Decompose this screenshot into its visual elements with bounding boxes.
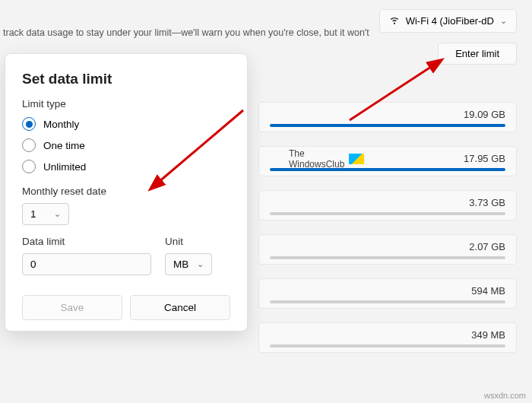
reset-date-value: 1 bbox=[30, 208, 36, 220]
limit-type-label: Limit type bbox=[22, 98, 230, 109]
dialog-title: Set data limit bbox=[22, 71, 230, 87]
radio-icon bbox=[22, 160, 36, 173]
wifi-network-dropdown[interactable]: Wi-Fi 4 (JioFiber-dD ⌄ bbox=[379, 9, 517, 33]
usage-value: 2.07 GB bbox=[469, 241, 505, 252]
windows-flag-icon bbox=[349, 154, 364, 164]
cancel-button[interactable]: Cancel bbox=[130, 295, 230, 320]
usage-row: 2.07 GB bbox=[258, 234, 517, 265]
usage-list: 19.09 GB 17.95 GB 3.73 GB 2.07 GB 594 MB… bbox=[258, 102, 517, 367]
watermark-text: The bbox=[289, 148, 344, 159]
enter-limit-button[interactable]: Enter limit bbox=[438, 43, 517, 65]
usage-bar bbox=[270, 256, 505, 259]
radio-one-time[interactable]: One time bbox=[22, 138, 230, 152]
unit-label: Unit bbox=[165, 236, 212, 247]
usage-bar bbox=[270, 300, 505, 303]
reset-date-select[interactable]: 1 ⌄ bbox=[22, 203, 69, 225]
unit-value: MB bbox=[173, 259, 188, 270]
usage-bar bbox=[270, 124, 505, 127]
usage-value: 19.09 GB bbox=[464, 109, 505, 120]
radio-icon bbox=[22, 138, 36, 152]
usage-value: 17.95 GB bbox=[464, 153, 505, 164]
chevron-down-icon: ⌄ bbox=[54, 209, 61, 219]
usage-value: 3.73 GB bbox=[469, 197, 505, 208]
usage-row: 19.09 GB bbox=[258, 102, 517, 132]
wifi-icon bbox=[389, 14, 400, 27]
radio-label: Unlimited bbox=[43, 161, 86, 173]
radio-unlimited[interactable]: Unlimited bbox=[22, 160, 230, 173]
usage-bar bbox=[270, 344, 505, 347]
data-limit-input[interactable] bbox=[30, 259, 143, 270]
data-usage-description: track data usage to stay under your limi… bbox=[3, 27, 369, 38]
usage-row: 349 MB bbox=[258, 322, 517, 353]
source-watermark: wsxdn.com bbox=[484, 391, 526, 400]
usage-value: 594 MB bbox=[471, 285, 505, 297]
watermark: The WindowsClub bbox=[289, 148, 364, 170]
data-limit-input-wrapper bbox=[22, 253, 151, 275]
usage-row: 594 MB bbox=[258, 278, 517, 309]
chevron-down-icon: ⌄ bbox=[197, 259, 204, 269]
chevron-down-icon: ⌄ bbox=[500, 16, 507, 26]
usage-bar bbox=[270, 212, 505, 215]
unit-select[interactable]: MB ⌄ bbox=[165, 253, 212, 275]
wifi-network-label: Wi-Fi 4 (JioFiber-dD bbox=[406, 15, 494, 27]
set-data-limit-dialog: Set data limit Limit type Monthly One ti… bbox=[5, 53, 248, 332]
radio-monthly[interactable]: Monthly bbox=[22, 117, 230, 131]
radio-label: One time bbox=[43, 140, 85, 151]
radio-icon bbox=[22, 117, 36, 131]
limit-type-radio-group: Monthly One time Unlimited bbox=[22, 117, 230, 173]
usage-value: 349 MB bbox=[471, 329, 505, 341]
watermark-text: WindowsClub bbox=[289, 159, 344, 170]
data-limit-label: Data limit bbox=[22, 236, 151, 247]
radio-label: Monthly bbox=[43, 119, 79, 130]
usage-row: 3.73 GB bbox=[258, 190, 517, 221]
reset-date-label: Monthly reset date bbox=[22, 186, 230, 197]
save-button: Save bbox=[22, 295, 122, 320]
